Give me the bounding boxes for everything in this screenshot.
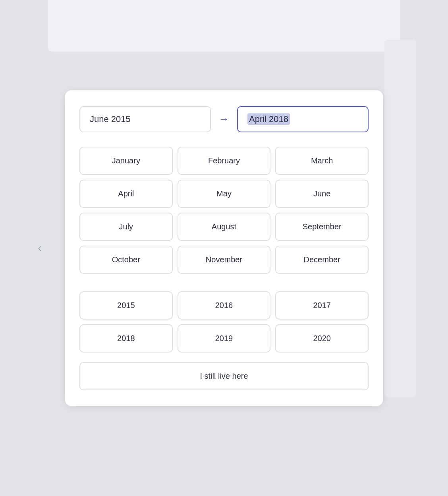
still-live-button[interactable]: I still live here [79, 362, 369, 390]
start-date-input[interactable]: June 2015 [79, 106, 211, 132]
month-button[interactable]: June [275, 180, 369, 208]
date-range-header: June 2015 → April 2018 [79, 106, 369, 132]
month-button[interactable]: September [275, 213, 369, 241]
month-button[interactable]: February [178, 147, 271, 175]
years-grid: 201520162017201820192020 [79, 291, 369, 353]
month-button[interactable]: July [79, 213, 173, 241]
month-button[interactable]: March [275, 147, 369, 175]
month-button[interactable]: May [178, 180, 271, 208]
end-date-value: April 2018 [247, 113, 290, 125]
month-button[interactable]: April [79, 180, 173, 208]
month-button[interactable]: October [79, 246, 173, 274]
bg-panel-top [48, 0, 400, 52]
months-grid: JanuaryFebruaryMarchAprilMayJuneJulyAugu… [79, 147, 369, 274]
year-button[interactable]: 2018 [79, 324, 173, 353]
section-divider [79, 279, 369, 291]
range-arrow-icon: → [219, 113, 229, 125]
start-date-value: June 2015 [90, 114, 131, 124]
month-button[interactable]: November [178, 246, 271, 274]
end-date-input[interactable]: April 2018 [237, 106, 369, 132]
year-button[interactable]: 2016 [178, 291, 271, 320]
back-arrow-button[interactable]: ‹ [32, 236, 48, 260]
month-button[interactable]: August [178, 213, 271, 241]
date-picker-card: June 2015 → April 2018 JanuaryFebruaryMa… [65, 90, 383, 406]
bg-panel-right [384, 40, 416, 397]
month-button[interactable]: December [275, 246, 369, 274]
year-button[interactable]: 2015 [79, 291, 173, 320]
year-button[interactable]: 2017 [275, 291, 369, 320]
year-button[interactable]: 2020 [275, 324, 369, 353]
month-button[interactable]: January [79, 147, 173, 175]
back-chevron-icon: ‹ [38, 242, 41, 254]
year-button[interactable]: 2019 [178, 324, 271, 353]
